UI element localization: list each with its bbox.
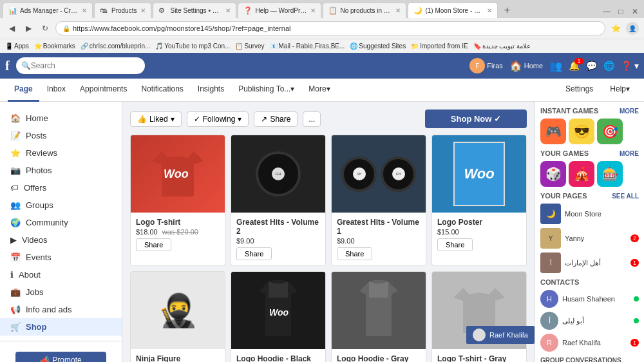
search-input[interactable]: [31, 61, 134, 70]
product-image-2[interactable]: GH GH: [332, 135, 426, 213]
page-nav-appointments[interactable]: Appointments: [73, 79, 133, 102]
page-nav-insights[interactable]: Insights: [191, 79, 231, 102]
nav-notifications[interactable]: 🔔 1: [569, 61, 580, 71]
yanny-page-name: Yanny: [565, 234, 627, 242]
tab-close-np[interactable]: ✕: [395, 7, 401, 14]
product-share-btn-3[interactable]: Share: [437, 238, 473, 251]
product-image-0[interactable]: Woo: [131, 135, 225, 213]
nav-help[interactable]: ❓ ▾: [621, 61, 639, 71]
liked-button[interactable]: 👍 Liked ▾: [130, 111, 182, 127]
nav-globe[interactable]: 🌐: [603, 61, 614, 71]
see-all-link[interactable]: SEE ALL: [612, 193, 639, 200]
your-game-icon-1[interactable]: 🎲: [540, 161, 566, 187]
bookmark-chris[interactable]: 🔗chrisc.com/blueprin...: [80, 43, 150, 50]
bookmark-imported[interactable]: 📁Imported from IE: [411, 43, 468, 50]
forward-button[interactable]: ▶: [22, 22, 35, 35]
close-button[interactable]: ✕: [629, 5, 641, 18]
promote-button[interactable]: 📣 Promote: [15, 352, 106, 362]
tab-ads-manager[interactable]: 📊 Ads Manager - Creati... ✕: [3, 3, 93, 18]
bookmark-mail[interactable]: 📧Mail - Rabie,Firas,BE...: [270, 43, 345, 50]
sidebar-item-groups[interactable]: 👥Groups: [0, 196, 122, 214]
page-nav-page[interactable]: Page: [8, 79, 39, 102]
url-input[interactable]: 🔒 https://www.facebook.com/pg/moonstore1…: [55, 21, 605, 35]
tab-products[interactable]: 🛍 Products ✕: [94, 3, 151, 18]
sidebar-item-videos[interactable]: ▶Videos: [0, 231, 122, 249]
your-game-icon-3[interactable]: 🎰: [597, 161, 623, 187]
page-row-moon[interactable]: 🌙 Moon Store: [540, 204, 639, 224]
page-row-arabic[interactable]: أ أهل الإمارات 1: [540, 252, 639, 273]
bookmark-survey[interactable]: 📋Survey: [235, 43, 264, 50]
contact-row-abou[interactable]: أ أبو ليلى: [540, 312, 639, 330]
nav-home[interactable]: 🏠 Home: [509, 60, 543, 72]
back-button[interactable]: ◀: [5, 22, 18, 35]
product-image-3[interactable]: Woo: [432, 135, 526, 213]
your-games-more-link[interactable]: MORE: [620, 150, 639, 157]
tab-close-moon[interactable]: ✕: [487, 7, 492, 14]
maximize-button[interactable]: □: [614, 5, 627, 18]
product-image-1[interactable]: GH: [231, 135, 325, 213]
sidebar-item-jobs[interactable]: 💼Jobs: [0, 283, 122, 301]
tab-close-site[interactable]: ✕: [225, 7, 231, 14]
contact-row-husam[interactable]: H Husam Shaheen: [540, 290, 639, 308]
your-game-icon-2[interactable]: 🎪: [569, 161, 594, 187]
game-icon-3[interactable]: 🎯: [597, 119, 623, 144]
sidebar-item-reviews[interactable]: ⭐Reviews: [0, 144, 122, 162]
sidebar-item-home[interactable]: 🏠Home: [0, 110, 122, 127]
product-share-btn-0[interactable]: Share: [136, 238, 171, 251]
share-button[interactable]: ↗ Share: [254, 111, 298, 127]
sidebar-item-photos[interactable]: 📷Photos: [0, 162, 122, 179]
product-image-6[interactable]: [332, 272, 426, 349]
bookmark-youtube[interactable]: 🎵YouTube to mp3 Con...: [155, 43, 230, 50]
tab-close-help[interactable]: ✕: [310, 7, 316, 14]
nav-user[interactable]: F Firas: [469, 58, 502, 73]
sidebar-item-shop[interactable]: 🛒Shop: [0, 318, 122, 336]
bookmark-apps[interactable]: 📱Apps: [5, 43, 29, 50]
info-ads-icon: 📢: [10, 305, 21, 314]
tab-close-products[interactable]: ✕: [140, 7, 146, 14]
hoodie-svg-6: [353, 278, 404, 343]
product-image-4[interactable]: 🥷: [131, 272, 225, 349]
nav-friends[interactable]: 👥: [549, 60, 562, 72]
bookmark-arabic[interactable]: 🔖علامة تبويب جديدة: [473, 43, 531, 50]
reload-button[interactable]: ↻: [39, 22, 52, 35]
following-button[interactable]: ✓ Following ▾: [187, 111, 249, 127]
page-nav-more[interactable]: More ▾: [302, 79, 336, 102]
new-tab-button[interactable]: +: [499, 3, 515, 18]
sidebar-item-info-ads[interactable]: 📢Info and ads: [0, 301, 122, 318]
nav-messages[interactable]: 💬: [586, 61, 597, 71]
game-icon-2[interactable]: 😎: [569, 119, 594, 144]
sidebar-item-events[interactable]: 📅Events: [0, 249, 122, 266]
page-nav-help[interactable]: Help ▾: [603, 79, 636, 102]
sidebar-item-about[interactable]: ℹAbout: [0, 266, 122, 283]
games-more-link[interactable]: MORE: [620, 108, 639, 115]
product-image-5[interactable]: Woo: [231, 272, 325, 349]
contact-row-raef[interactable]: R Raef Khalifa 1: [540, 334, 639, 352]
page-row-yanny[interactable]: Y Yanny 2: [540, 228, 639, 249]
tab-help[interactable]: ❓ Help — WordPress.com ✕: [238, 3, 321, 18]
tab-noproducts[interactable]: 📋 No products in Facebo... ✕: [323, 3, 406, 18]
bookmark-suggested[interactable]: 🌐Suggested Sites: [350, 43, 406, 50]
community-icon: 🌍: [10, 218, 21, 227]
sidebar-item-offers[interactable]: 🏷Offers: [0, 179, 122, 196]
tab-site-settings[interactable]: ⚙ Site Settings • Site Titl... ✕: [153, 3, 236, 18]
minimize-button[interactable]: —: [600, 5, 613, 18]
product-share-btn-2[interactable]: Share: [337, 247, 372, 260]
user-profile-button[interactable]: 👤: [626, 22, 639, 35]
shop-now-button[interactable]: Shop Now ✓: [425, 110, 527, 128]
product-card-4: 🥷 Ninja Figure $12.00 Share: [130, 271, 225, 362]
tab-moon-store[interactable]: 🌙 (1) Moon Store - Shop ✕: [408, 3, 498, 18]
tab-label-help: Help — WordPress.com: [255, 7, 307, 14]
tab-close-ads[interactable]: ✕: [82, 7, 87, 14]
page-nav-notifications[interactable]: Notifications: [135, 79, 189, 102]
sidebar-item-community[interactable]: 🌍Community: [0, 214, 122, 231]
extensions-button[interactable]: ⭐: [609, 22, 622, 35]
page-nav-publishing[interactable]: Publishing To... ▾: [232, 79, 301, 102]
product-share-btn-1[interactable]: Share: [236, 247, 272, 260]
game-icon-1[interactable]: 🎮: [540, 119, 566, 144]
bookmark-bookmarks[interactable]: ⭐Bookmarks: [34, 43, 75, 50]
page-nav-inbox[interactable]: Inbox: [41, 79, 72, 102]
more-options-button[interactable]: ...: [303, 111, 321, 127]
facebook-search-bar[interactable]: 🔍: [16, 57, 145, 74]
page-nav-settings[interactable]: Settings: [559, 79, 600, 102]
sidebar-item-posts[interactable]: 📝Posts: [0, 127, 122, 144]
